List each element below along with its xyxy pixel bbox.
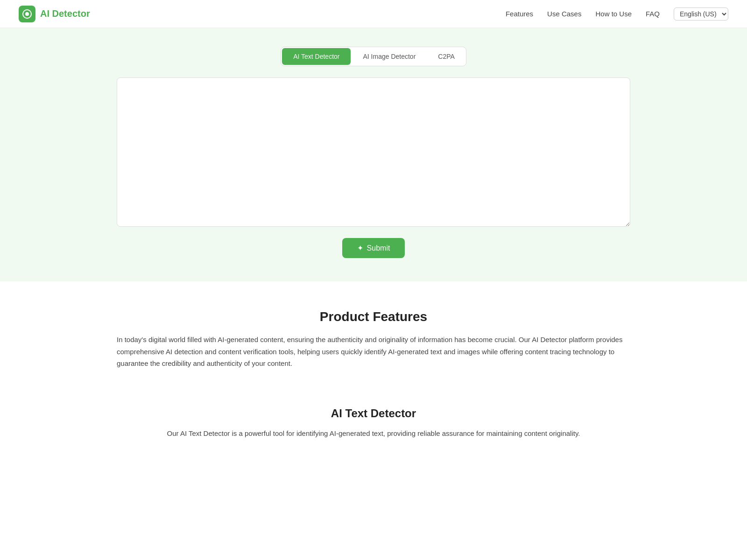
- svg-point-1: [25, 12, 29, 16]
- logo-text: AI Detector: [40, 8, 90, 19]
- submit-button[interactable]: ✦ Submit: [342, 238, 405, 258]
- header: AI Detector Features Use Cases How to Us…: [0, 0, 747, 28]
- ai-text-detector-section: AI Text Detector Our AI Text Detector is…: [0, 388, 747, 449]
- ai-text-detector-description: Our AI Text Detector is a powerful tool …: [140, 427, 607, 440]
- features-section: Product Features In today's digital worl…: [0, 281, 747, 388]
- features-title: Product Features: [56, 309, 691, 324]
- submit-label: Submit: [367, 244, 390, 252]
- logo-area: AI Detector: [19, 6, 90, 22]
- features-description: In today's digital world filled with AI-…: [117, 334, 630, 370]
- nav-use-cases[interactable]: Use Cases: [547, 10, 581, 18]
- nav-features[interactable]: Features: [506, 10, 533, 18]
- nav-how-to-use[interactable]: How to Use: [595, 10, 632, 18]
- main-nav: Features Use Cases How to Use FAQ Englis…: [506, 7, 728, 21]
- text-input[interactable]: [117, 77, 630, 227]
- nav-faq[interactable]: FAQ: [646, 10, 660, 18]
- hero-section: AI Text Detector AI Image Detector C2PA …: [0, 28, 747, 281]
- language-selector[interactable]: English (US): [674, 7, 728, 21]
- logo-icon: [19, 6, 35, 22]
- tab-ai-image-detector[interactable]: AI Image Detector: [352, 48, 427, 65]
- sparkle-icon: ✦: [357, 244, 363, 252]
- detector-tabs: AI Text Detector AI Image Detector C2PA: [281, 47, 466, 66]
- textarea-container: [117, 77, 630, 229]
- tab-ai-text-detector[interactable]: AI Text Detector: [282, 48, 351, 65]
- ai-text-detector-title: AI Text Detector: [56, 407, 691, 420]
- tab-c2pa[interactable]: C2PA: [427, 48, 466, 65]
